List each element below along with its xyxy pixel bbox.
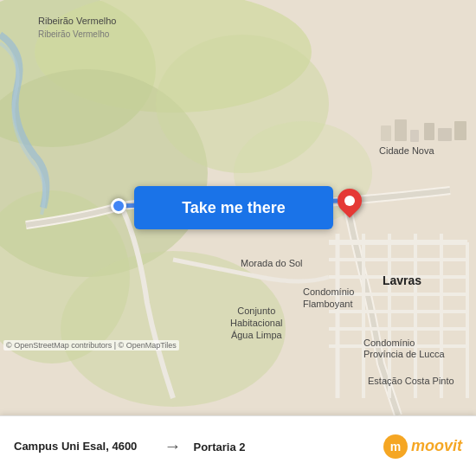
map-label-ribeirao: Ribeirão Vermelho xyxy=(38,16,117,26)
svg-rect-25 xyxy=(438,128,452,141)
map-attribution: © OpenStreetMap contributors | © OpenMap… xyxy=(3,340,179,351)
destination-marker xyxy=(338,189,362,213)
svg-rect-23 xyxy=(410,130,419,142)
bottom-bar: Campus Uni Esal, 4600 → Portaria 2 m moo… xyxy=(0,415,476,476)
take-me-there-button[interactable]: Take me there xyxy=(134,186,333,229)
map-label-lavras: Lavras xyxy=(383,273,421,287)
map-label-ribeirao-sub: Ribeirão Vermelho xyxy=(38,29,109,39)
to-label: Portaria 2 xyxy=(194,441,246,453)
moovit-logo: m moovit xyxy=(383,434,462,459)
map-label-morada-sol: Morada do Sol xyxy=(241,258,303,268)
svg-rect-24 xyxy=(424,123,434,140)
svg-rect-21 xyxy=(381,125,391,141)
svg-rect-22 xyxy=(395,119,407,141)
moovit-brand-name: moovit xyxy=(411,437,462,455)
to-info: Portaria 2 xyxy=(194,439,246,454)
svg-rect-26 xyxy=(454,121,466,140)
route-info: Campus Uni Esal, 4600 xyxy=(14,440,152,453)
map-label-cidade-nova: Cidade Nova xyxy=(379,145,434,156)
moovit-icon: m xyxy=(383,434,408,459)
from-label: Campus Uni Esal, 4600 xyxy=(14,440,152,453)
map-label-estacao-costa: Estação Costa Pinto xyxy=(368,376,454,386)
origin-marker xyxy=(111,198,126,214)
map-label-provincia-lucca: CondomínioProvíncia de Lucca xyxy=(363,338,445,360)
arrow-icon: → xyxy=(152,436,194,456)
map-container: Take me there Ribeirão Vermelho Ribeirão… xyxy=(0,0,476,415)
map-label-agua-limpa: ConjuntoHabitacionalÁgua Limpa xyxy=(230,305,283,341)
map-label-flamboyant: CondomínioFlamboyant xyxy=(303,286,354,310)
moovit-icon-letter: m xyxy=(390,440,401,453)
